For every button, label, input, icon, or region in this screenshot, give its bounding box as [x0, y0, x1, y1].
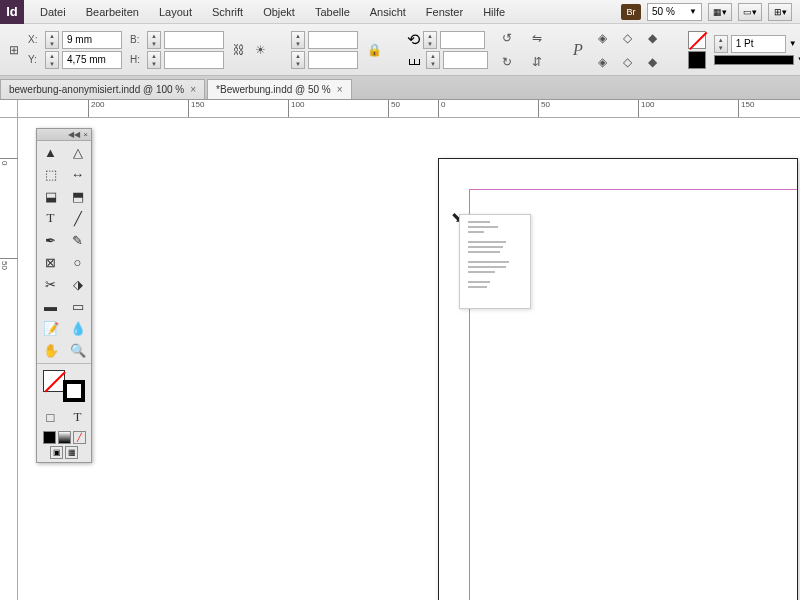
- x-stepper[interactable]: ▲▼: [45, 31, 59, 49]
- doc-tab-1[interactable]: bewerbung-anonymisiert.indd @ 100 %×: [0, 79, 205, 99]
- menu-bearbeiten[interactable]: Bearbeiten: [76, 6, 149, 18]
- hand-tool[interactable]: ✋: [37, 339, 64, 361]
- shear-stepper[interactable]: ▲▼: [426, 51, 440, 69]
- scale-x-input[interactable]: [308, 31, 358, 49]
- close-icon[interactable]: ×: [190, 84, 196, 95]
- panel-header[interactable]: ◀◀×: [37, 129, 91, 141]
- wrap-skip-icon[interactable]: ◆: [642, 27, 664, 49]
- shear-icon: ⧢: [407, 51, 423, 69]
- control-bar: ⊞ X:▲▼9 mm Y:▲▼4,75 mm B:▲▼ H:▲▼ ⛓ ☀ ▲▼ …: [0, 24, 800, 76]
- placed-document-preview: [459, 214, 531, 309]
- menu-ansicht[interactable]: Ansicht: [360, 6, 416, 18]
- menu-schrift[interactable]: Schrift: [202, 6, 253, 18]
- ruler-vertical[interactable]: 050: [0, 118, 18, 600]
- pencil-tool[interactable]: ✎: [64, 229, 91, 251]
- link-icon[interactable]: ⛓: [232, 39, 246, 61]
- h-label: H:: [130, 54, 144, 65]
- content-placer-tool[interactable]: ⬒: [64, 185, 91, 207]
- apply-gradient-icon[interactable]: [58, 431, 71, 444]
- menu-bar: Id Datei Bearbeiten Layout Schrift Objek…: [0, 0, 800, 24]
- type-tool[interactable]: T: [37, 207, 64, 229]
- close-icon[interactable]: ×: [337, 84, 343, 95]
- w-stepper[interactable]: ▲▼: [147, 31, 161, 49]
- y-stepper[interactable]: ▲▼: [45, 51, 59, 69]
- formatting-container-icon[interactable]: □: [37, 406, 64, 428]
- direct-selection-tool[interactable]: △: [64, 141, 91, 163]
- wrap-jump-icon[interactable]: ◇: [617, 27, 639, 49]
- h-input[interactable]: [164, 51, 224, 69]
- apply-color-icon[interactable]: [43, 431, 56, 444]
- stroke-swatch[interactable]: [688, 51, 706, 69]
- rotate-ccw-icon[interactable]: ↺: [496, 27, 518, 49]
- w-input[interactable]: [164, 31, 224, 49]
- screen-mode-btn[interactable]: ▭▾: [738, 3, 762, 21]
- rotate-cw-icon[interactable]: ↻: [496, 51, 518, 73]
- arrange-btn[interactable]: ⊞▾: [768, 3, 792, 21]
- collapse-icon[interactable]: ◀◀: [68, 130, 80, 139]
- scissors-tool[interactable]: ✂: [37, 273, 64, 295]
- x-input[interactable]: 9 mm: [62, 31, 122, 49]
- content-collector-tool[interactable]: ⬓: [37, 185, 64, 207]
- wrap-none-icon[interactable]: ◈: [592, 51, 614, 73]
- fill-stroke-control[interactable]: [39, 368, 89, 404]
- normal-view-icon[interactable]: ▣: [50, 446, 63, 459]
- ruler-origin[interactable]: [0, 100, 18, 118]
- menu-objekt[interactable]: Objekt: [253, 6, 305, 18]
- fill-swatch[interactable]: [688, 31, 706, 49]
- view-mode-btn[interactable]: ▦▾: [708, 3, 732, 21]
- bridge-icon[interactable]: Br: [621, 4, 641, 20]
- w-label: B:: [130, 34, 144, 45]
- shear-input[interactable]: [443, 51, 488, 69]
- zoom-tool[interactable]: 🔍: [64, 339, 91, 361]
- wrap-around-icon[interactable]: ◈: [592, 27, 614, 49]
- apply-none-icon[interactable]: ╱: [73, 431, 86, 444]
- canvas[interactable]: ⬊: [18, 118, 800, 600]
- rotate-input[interactable]: [440, 31, 485, 49]
- ellipse-tool[interactable]: ○: [64, 251, 91, 273]
- gradient-swatch-tool[interactable]: ▬: [37, 295, 64, 317]
- document-tabs: bewerbung-anonymisiert.indd @ 100 %× *Be…: [0, 76, 800, 100]
- fill-swatch[interactable]: [43, 370, 65, 392]
- ruler-horizontal[interactable]: 20015010050050100150: [18, 100, 800, 118]
- free-transform-tool[interactable]: ⬗: [64, 273, 91, 295]
- para-style-icon[interactable]: P: [572, 39, 584, 61]
- formatting-text-icon[interactable]: T: [64, 406, 91, 428]
- menu-layout[interactable]: Layout: [149, 6, 202, 18]
- doc-tab-2[interactable]: *Bewerbung.indd @ 50 %×: [207, 79, 352, 99]
- menu-fenster[interactable]: Fenster: [416, 6, 473, 18]
- zoom-level-input[interactable]: 50 %▼: [647, 3, 702, 21]
- wrap-shape-icon[interactable]: ◆: [642, 51, 664, 73]
- rectangle-frame-tool[interactable]: ⊠: [37, 251, 64, 273]
- menu-hilfe[interactable]: Hilfe: [473, 6, 515, 18]
- flip-v-icon[interactable]: ⇵: [526, 51, 548, 73]
- note-tool[interactable]: 📝: [37, 317, 64, 339]
- stroke-swatch[interactable]: [63, 380, 85, 402]
- stroke-weight-input[interactable]: 1 Pt: [731, 35, 786, 53]
- flip-h-icon[interactable]: ⇋: [526, 27, 548, 49]
- menu-tabelle[interactable]: Tabelle: [305, 6, 360, 18]
- pen-tool[interactable]: ✒: [37, 229, 64, 251]
- y-input[interactable]: 4,75 mm: [62, 51, 122, 69]
- selection-tool[interactable]: ▲: [37, 141, 64, 163]
- gap-tool[interactable]: ↔: [64, 163, 91, 185]
- page-tool[interactable]: ⬚: [37, 163, 64, 185]
- line-tool[interactable]: ╱: [64, 207, 91, 229]
- wrap-bbox-icon[interactable]: ◇: [617, 51, 639, 73]
- page[interactable]: ⬊: [438, 158, 798, 600]
- menu-datei[interactable]: Datei: [30, 6, 76, 18]
- scale-x-stepper[interactable]: ▲▼: [291, 31, 305, 49]
- rotate-stepper[interactable]: ▲▼: [423, 31, 437, 49]
- close-icon[interactable]: ×: [83, 130, 88, 139]
- h-stepper[interactable]: ▲▼: [147, 51, 161, 69]
- preview-view-icon[interactable]: ▦: [65, 446, 78, 459]
- reference-point-icon[interactable]: ⊞: [8, 39, 20, 61]
- scale-y-stepper[interactable]: ▲▼: [291, 51, 305, 69]
- scale-y-input[interactable]: [308, 51, 358, 69]
- eyedropper-tool[interactable]: 💧: [64, 317, 91, 339]
- proxy-icon[interactable]: ☀: [254, 39, 267, 61]
- stroke-style[interactable]: [714, 55, 794, 65]
- x-label: X:: [28, 34, 42, 45]
- gradient-feather-tool[interactable]: ▭: [64, 295, 91, 317]
- stroke-weight-stepper[interactable]: ▲▼: [714, 35, 728, 53]
- constrain-icon[interactable]: 🔒: [366, 39, 383, 61]
